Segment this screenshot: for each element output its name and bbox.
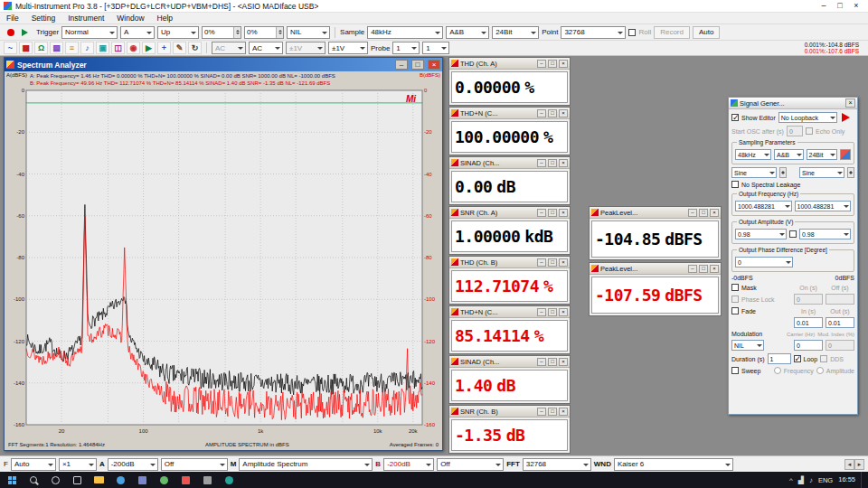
meter-titlebar[interactable]: THD+N (C... – □ × xyxy=(449,108,570,119)
meter-close-button[interactable]: × xyxy=(559,308,568,316)
meter-close-button[interactable]: × xyxy=(559,358,568,366)
loop-checkbox[interactable] xyxy=(794,355,801,362)
spectrum-plot[interactable]: 00-20-20-40-40-60-60-80-80-100-100-120-1… xyxy=(5,87,440,439)
meter-maximize-button[interactable]: □ xyxy=(548,408,557,416)
multimeter-button[interactable]: Ω xyxy=(34,42,48,54)
meter-maximize-button[interactable]: □ xyxy=(548,109,557,117)
meter-minimize-button[interactable]: – xyxy=(537,159,546,167)
annotation-button[interactable]: ✎ xyxy=(173,42,186,54)
amplitude-a-combo[interactable]: 0.98 xyxy=(735,229,787,239)
meter-maximize-button[interactable]: □ xyxy=(548,358,557,366)
range-a-select[interactable]: ±1V xyxy=(286,42,326,54)
meter-minimize-button[interactable]: – xyxy=(537,358,546,366)
meter-titlebar[interactable]: THD (Ch. B) – □ × xyxy=(449,257,570,268)
show-desktop-button[interactable] xyxy=(861,472,863,488)
taskbar-app-button-6[interactable] xyxy=(156,472,172,488)
signal-generator-button[interactable]: ♪ xyxy=(80,42,94,54)
parameter-scrollbar[interactable]: ◄ ► xyxy=(844,459,864,470)
close-button[interactable]: × xyxy=(848,0,864,12)
amplitude-b-combo[interactable]: 0.98 xyxy=(799,229,851,239)
modulation-select[interactable]: NIL xyxy=(731,340,764,351)
data-logger-button[interactable]: ≡ xyxy=(65,42,79,54)
start-osc-field[interactable]: 0 xyxy=(787,126,803,136)
channel-b-function-select[interactable]: Off xyxy=(437,458,504,471)
taskbar-app-button-9[interactable] xyxy=(221,472,237,488)
meter-titlebar[interactable]: THD+N (C... – □ × xyxy=(449,306,570,318)
probe-a-select[interactable]: 1 xyxy=(392,42,420,54)
menu-instrument[interactable]: Instrument xyxy=(61,14,110,23)
taskbar-task-view-button[interactable] xyxy=(69,472,85,488)
scroll-right-button[interactable]: ► xyxy=(854,459,864,470)
zoom-select[interactable]: ×1 xyxy=(59,458,97,471)
start-button[interactable] xyxy=(0,472,24,488)
app-titlebar[interactable]: Multi-Instrument Pro 3.8 - [+3DP+DLG+LCR… xyxy=(0,0,868,13)
spectrum-3d-plot-button[interactable]: ▤ xyxy=(50,42,63,54)
spectrum-analyzer-titlebar[interactable]: Spectrum Analyzer – □ × xyxy=(5,58,442,71)
channel-a-range-select[interactable]: -200dB xyxy=(108,458,158,471)
meter-minimize-button[interactable]: – xyxy=(688,209,697,217)
scroll-left-button[interactable]: ◄ xyxy=(844,459,854,470)
frequency-a-combo[interactable]: 1000.488281 xyxy=(735,201,792,211)
sample-rate-select[interactable]: 48kHz xyxy=(367,26,443,39)
sweep-frequency-radio[interactable] xyxy=(774,367,781,374)
meter-maximize-button[interactable]: □ xyxy=(699,209,708,217)
channel-select[interactable]: A&B xyxy=(446,26,489,39)
range-b-select[interactable]: ±1V xyxy=(328,42,368,54)
loopback-select[interactable]: No Loopback xyxy=(778,112,837,123)
meter-titlebar[interactable]: SNR (Ch. B) – □ × xyxy=(449,406,570,418)
no-spectral-leakage-checkbox[interactable] xyxy=(731,181,739,188)
waveform-b-select[interactable]: Sine xyxy=(799,167,844,178)
menu-setting[interactable]: Setting xyxy=(25,14,61,23)
meter-minimize-button[interactable]: – xyxy=(688,265,697,273)
meter-minimize-button[interactable]: – xyxy=(537,60,546,68)
signal-generator-titlebar[interactable]: Signal Gener... × xyxy=(729,98,857,109)
meter-minimize-button[interactable]: – xyxy=(537,109,546,117)
waveform-b-spinner[interactable] xyxy=(847,167,854,178)
mask-checkbox[interactable] xyxy=(731,284,739,291)
meter-maximize-button[interactable]: □ xyxy=(699,265,708,273)
trigger-edge-select[interactable]: Up xyxy=(157,26,199,39)
generator-play-button[interactable] xyxy=(842,113,854,122)
carrier-field[interactable]: 0 xyxy=(794,340,823,351)
fft-size-select[interactable]: 32768 xyxy=(523,458,591,471)
device-test-plan-button[interactable]: ▣ xyxy=(96,42,109,54)
bit-depth-select[interactable]: 24Bit xyxy=(492,26,539,39)
generator-rate-select[interactable]: 48kHz xyxy=(735,149,771,160)
clock[interactable]: 16:55 xyxy=(838,476,855,483)
record-length-select[interactable]: 32768 xyxy=(561,26,626,39)
channel-b-range-select[interactable]: -200dB xyxy=(383,458,434,471)
run-button[interactable] xyxy=(20,26,33,39)
auto-button[interactable]: Auto xyxy=(693,26,720,39)
phase-difference-select[interactable]: 0 xyxy=(735,257,793,267)
meter-minimize-button[interactable]: – xyxy=(537,209,546,217)
trigger-mode-select[interactable]: Normal xyxy=(61,26,118,39)
fade-out-field[interactable]: 0.01 xyxy=(826,317,854,328)
sweep-amplitude-radio[interactable] xyxy=(816,367,824,374)
meter-titlebar[interactable]: SNR (Ch. A) – □ × xyxy=(449,207,570,219)
coupling-b-select[interactable]: AC xyxy=(249,42,283,54)
mask-off-field[interactable] xyxy=(826,294,854,305)
udp-connect-button[interactable]: + xyxy=(157,42,171,54)
trigger-delay-stepper[interactable]: 0% xyxy=(244,26,284,39)
meter-titlebar[interactable]: PeakLevel... – □ × xyxy=(590,263,721,275)
taskbar-search-icon[interactable] xyxy=(24,472,43,488)
meter-titlebar[interactable]: PeakLevel... – □ × xyxy=(590,207,721,219)
taskbar-search-button[interactable] xyxy=(47,472,63,488)
network-icon[interactable]: ▟ xyxy=(798,476,804,484)
meter-close-button[interactable]: × xyxy=(559,109,568,117)
spectrum-analyzer-button[interactable]: ▦ xyxy=(19,42,33,54)
meter-close-button[interactable]: × xyxy=(559,60,568,68)
meter-minimize-button[interactable]: – xyxy=(537,258,546,267)
duration-field[interactable]: 1 xyxy=(768,353,791,364)
minimize-button[interactable]: – xyxy=(816,0,832,12)
roll-checkbox[interactable] xyxy=(628,29,636,36)
generator-bits-select[interactable]: 24Bit xyxy=(807,149,837,160)
trigger-hpf-select[interactable]: NIL xyxy=(287,26,330,39)
vibrometer-button[interactable]: ▶ xyxy=(142,42,156,54)
signal-generator-close-button[interactable]: × xyxy=(845,99,855,108)
coupling-a-select[interactable]: AC xyxy=(212,42,246,54)
trigger-delay-arrows[interactable] xyxy=(276,27,283,38)
meter-minimize-button[interactable]: – xyxy=(537,408,546,416)
spectrum-minimize-button[interactable]: – xyxy=(395,60,408,70)
channel-a-function-select[interactable]: Off xyxy=(161,458,228,471)
